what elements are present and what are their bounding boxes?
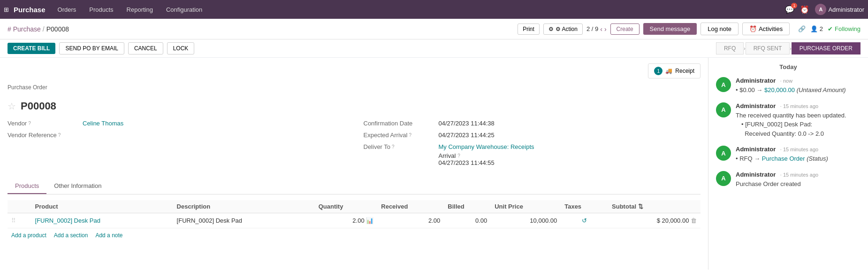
expected-arrival-help-icon[interactable]: ? bbox=[409, 132, 411, 138]
col-quantity: Quantity bbox=[315, 200, 378, 213]
order-number: P00008 bbox=[21, 100, 56, 112]
col-billed: Billed bbox=[444, 200, 491, 213]
add-product-link[interactable]: Add a product bbox=[11, 232, 46, 239]
star-icon[interactable]: ☆ bbox=[8, 101, 16, 112]
send-message-button[interactable]: Send message bbox=[643, 23, 697, 35]
receipt-row: 1 🚚 Receipt bbox=[8, 63, 700, 78]
gear-icon: ⚙ bbox=[548, 26, 554, 32]
vendor-ref-help-icon[interactable]: ? bbox=[58, 132, 61, 138]
col-received: Received bbox=[377, 200, 444, 213]
chatter-text-1: • $0.00 → $20,000.00 (Untaxed Amount) bbox=[736, 85, 860, 95]
create-bill-button[interactable]: CREATE BILL bbox=[8, 43, 55, 54]
row-product: [FURN_0002] Desk Pad bbox=[31, 213, 173, 228]
create-button[interactable]: Create bbox=[610, 23, 640, 35]
brand-name[interactable]: Purchase bbox=[14, 6, 46, 14]
add-section-link[interactable]: Add a section bbox=[54, 232, 88, 239]
deliver-to-field: Deliver To ? My Company Warehouse: Recei… bbox=[364, 143, 701, 166]
chatter-content-1: Administrator · now • $0.00 → $20,000.00… bbox=[736, 77, 860, 95]
pager-prev[interactable]: ‹ bbox=[600, 25, 602, 33]
row-taxes: ↺ bbox=[561, 213, 608, 228]
col-subtotal: Subtotal ⇅ bbox=[608, 200, 700, 213]
status-rfq-sent: RFQ SENT bbox=[746, 42, 790, 54]
order-number-row: ☆ P00008 bbox=[8, 100, 700, 112]
confirmation-date-field: Confirmation Date 04/27/2023 11:44:38 bbox=[364, 120, 701, 127]
print-button[interactable]: Print bbox=[518, 23, 540, 35]
receipt-count: 1 bbox=[654, 67, 662, 75]
grid-icon[interactable]: ⊞ bbox=[4, 6, 9, 13]
col-description: Description bbox=[173, 200, 315, 213]
expected-arrival-label: Expected Arrival ? bbox=[364, 132, 439, 139]
avatar-4: A bbox=[716, 171, 731, 186]
chatter-message-1: A Administrator · now • $0.00 → $20,000.… bbox=[716, 77, 860, 95]
log-note-button[interactable]: Log note bbox=[700, 23, 739, 35]
chatter-today: Today bbox=[716, 63, 860, 70]
row-unit-price: 10,000.00 bbox=[491, 213, 561, 228]
nav-configuration[interactable]: Configuration bbox=[163, 4, 205, 15]
tab-products[interactable]: Products bbox=[8, 179, 46, 194]
table-row: ⠿ [FURN_0002] Desk Pad [FURN_0002] Desk … bbox=[8, 213, 700, 228]
pager: 2 / 9 ‹ › bbox=[586, 25, 607, 33]
nav-orders[interactable]: Orders bbox=[55, 4, 79, 15]
add-row-actions: Add a product Add a section Add a note bbox=[8, 228, 700, 242]
deliver-to-value[interactable]: My Company Warehouse: Receipts bbox=[439, 143, 534, 150]
receipt-label: Receipt bbox=[675, 68, 694, 74]
send-po-button[interactable]: SEND PO BY EMAIL bbox=[59, 42, 124, 54]
chat-icon[interactable]: 💬1 bbox=[785, 5, 794, 14]
form-col-right: Confirmation Date 04/27/2023 11:44:38 Ex… bbox=[364, 120, 701, 171]
arrival-label: Arrival bbox=[439, 152, 456, 159]
time-1: · now bbox=[780, 78, 792, 84]
chatter-area: Today A Administrator · now • $0.00 → $2… bbox=[708, 58, 868, 270]
toolbar-right: Print ⚙ ⚙ Action 2 / 9 ‹ › Create Send m… bbox=[518, 23, 860, 35]
followers-count[interactable]: 👤 2 bbox=[810, 25, 823, 32]
expected-arrival-field: Expected Arrival ? 04/27/2023 11:44:25 bbox=[364, 132, 701, 139]
clock-icon[interactable]: ⏰ bbox=[800, 5, 809, 14]
time-2: · 15 minutes ago bbox=[780, 103, 818, 109]
chatter-content-4: Administrator · 15 minutes ago Purchase … bbox=[736, 171, 860, 189]
activities-button[interactable]: ⏰ Activities bbox=[742, 23, 790, 35]
nav-products[interactable]: Products bbox=[86, 4, 116, 15]
tab-other-info[interactable]: Other Information bbox=[46, 179, 109, 194]
arrival-help-icon[interactable]: ? bbox=[457, 153, 460, 158]
vendor-value[interactable]: Celine Thomas bbox=[83, 120, 123, 127]
chatter-message-4: A Administrator · 15 minutes ago Purchas… bbox=[716, 171, 860, 189]
activities-icon: ⏰ bbox=[749, 25, 757, 32]
deliver-to-help-icon[interactable]: ? bbox=[392, 144, 395, 149]
lock-button[interactable]: LOCK bbox=[167, 42, 195, 54]
author-2: Administrator bbox=[736, 102, 776, 109]
row-subtotal: $ 20,000.00 🗑 bbox=[608, 213, 700, 228]
action-bar: CREATE BILL SEND PO BY EMAIL CANCEL LOCK… bbox=[0, 39, 868, 58]
attachment-icon[interactable]: 🔗 bbox=[798, 25, 806, 32]
activities-label: Activities bbox=[759, 25, 783, 32]
breadcrumb-bar: # Purchase / P00008 Print ⚙ ⚙ Action 2 /… bbox=[0, 19, 868, 39]
user-name: Administrator bbox=[828, 6, 864, 13]
breadcrumb-parent[interactable]: # Purchase bbox=[8, 25, 41, 33]
receipt-icon: 🚚 bbox=[665, 68, 672, 74]
confirmation-date-label: Confirmation Date bbox=[364, 120, 439, 127]
row-description: [FURN_0002] Desk Pad bbox=[173, 213, 315, 228]
pager-text: 2 / 9 bbox=[586, 25, 598, 32]
chatter-text-3: • RFQ → Purchase Order (Status) bbox=[736, 154, 860, 163]
receipt-button[interactable]: 1 🚚 Receipt bbox=[648, 63, 700, 78]
top-navigation: ⊞ Purchase Orders Products Reporting Con… bbox=[0, 0, 868, 19]
pager-next[interactable]: › bbox=[604, 25, 607, 33]
vendor-ref-label: Vendor Reference ? bbox=[8, 132, 83, 139]
chatter-text-2: The received quantity has been updated. … bbox=[736, 111, 860, 139]
cancel-button[interactable]: CANCEL bbox=[128, 42, 163, 54]
col-unit-price: Unit Price bbox=[491, 200, 561, 213]
avatar: A bbox=[815, 4, 826, 15]
action-button[interactable]: ⚙ ⚙ Action bbox=[543, 23, 583, 35]
col-product bbox=[8, 200, 31, 213]
chatter-text-4: Purchase Order created bbox=[736, 179, 860, 189]
author-1: Administrator bbox=[736, 77, 776, 84]
user-menu[interactable]: A Administrator bbox=[815, 4, 864, 15]
main-layout: 1 🚚 Receipt Purchase Order ☆ P00008 Vend… bbox=[0, 58, 868, 270]
add-note-link[interactable]: Add a note bbox=[95, 232, 122, 239]
following-button[interactable]: ✔ Following bbox=[828, 25, 860, 32]
nav-right: 💬1 ⏰ A Administrator bbox=[785, 4, 864, 15]
vendor-field: Vendor ? Celine Thomas bbox=[8, 120, 345, 127]
nav-reporting[interactable]: Reporting bbox=[124, 4, 156, 15]
row-drag[interactable]: ⠿ bbox=[8, 213, 31, 228]
vendor-ref-field: Vendor Reference ? bbox=[8, 132, 345, 139]
vendor-help-icon[interactable]: ? bbox=[28, 121, 31, 126]
breadcrumb-current: P00008 bbox=[46, 25, 69, 33]
